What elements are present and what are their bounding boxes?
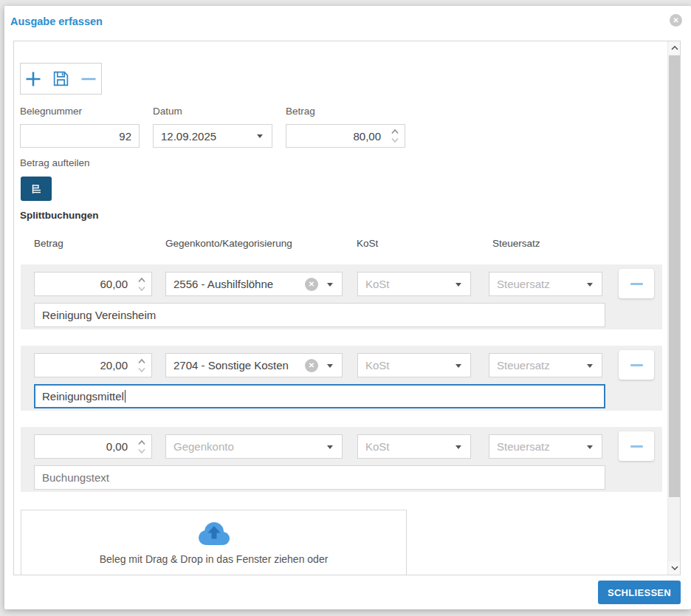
- remove-row-button[interactable]: [619, 269, 654, 298]
- row3-amount-input[interactable]: [35, 435, 151, 458]
- chevron-down-icon: [327, 283, 333, 287]
- text-cursor: [125, 390, 126, 403]
- chevron-down-icon: [327, 445, 333, 449]
- spinner-icon[interactable]: [138, 357, 145, 376]
- split-section-heading: Splittbuchungen: [20, 210, 98, 221]
- row2-account-value: 2704 - Sonstige Kosten: [166, 359, 289, 372]
- row3-account-select[interactable]: Gegenkonto: [165, 434, 343, 459]
- col-header-steuersatz: Steuersatz: [492, 238, 540, 249]
- col-header-gegenkonto: Gegenkonto/Kategorisierung: [165, 238, 292, 249]
- row1-amount-wrap: [34, 272, 152, 296]
- scrollbar-thumb[interactable]: [669, 55, 680, 497]
- col-header-kost: KoSt: [357, 238, 378, 249]
- scroll-down-icon[interactable]: [668, 561, 681, 575]
- row3-account-placeholder: Gegenkonto: [166, 440, 234, 453]
- clear-icon[interactable]: ✕: [305, 359, 318, 372]
- clear-icon[interactable]: ✕: [305, 278, 318, 291]
- add-record-icon[interactable]: [24, 70, 42, 88]
- betrag-input[interactable]: [286, 125, 405, 147]
- row2-amount-wrap: [34, 353, 152, 377]
- betrag-label: Betrag: [286, 106, 315, 117]
- chevron-down-icon: [327, 364, 333, 368]
- row1-text-wrap: [34, 303, 605, 327]
- datum-value: 12.09.2025: [154, 130, 216, 143]
- row3-kost-placeholder: KoSt: [358, 440, 390, 453]
- chevron-down-icon: [587, 445, 593, 449]
- row1-kost-placeholder: KoSt: [358, 278, 390, 290]
- chevron-down-icon: [455, 364, 461, 368]
- row1-text-input[interactable]: [35, 304, 605, 326]
- belegnummer-field-wrap: [20, 124, 140, 148]
- save-icon[interactable]: [52, 69, 70, 88]
- dropzone-text: Beleg mit Drag & Drop in das Fenster zie…: [21, 553, 406, 565]
- row2-amount-input[interactable]: [35, 354, 151, 377]
- row2-tax-placeholder: Steuersatz: [489, 359, 550, 372]
- row2-kost-placeholder: KoSt: [358, 359, 390, 372]
- minus-icon: [630, 283, 643, 285]
- schliessen-button[interactable]: SCHLIESSEN: [598, 581, 681, 604]
- row2-account-select[interactable]: 2704 - Sonstige Kosten ✕: [165, 353, 343, 377]
- spinner-icon[interactable]: [138, 276, 145, 295]
- minus-icon: [630, 364, 643, 366]
- vertical-scrollbar: [667, 41, 680, 575]
- row3-tax-placeholder: Steuersatz: [489, 440, 550, 453]
- remove-row-button[interactable]: [619, 350, 654, 380]
- chevron-down-icon: [455, 283, 461, 287]
- expense-dialog: Ausgabe erfassen ✕ Belegnummer Datum B: [4, 6, 691, 609]
- chevron-down-icon: [455, 445, 461, 449]
- spinner-icon[interactable]: [391, 128, 399, 146]
- dialog-content: Belegnummer Datum Betrag 12.09.2025 Betr…: [13, 41, 681, 575]
- chevron-down-icon: [587, 364, 593, 368]
- row3-text-wrap: [34, 465, 605, 490]
- row1-account-value: 2556 - Aushilfslöhne: [166, 278, 273, 290]
- remove-record-icon[interactable]: [80, 70, 97, 88]
- col-header-betrag: Betrag: [34, 238, 63, 249]
- row3-tax-select[interactable]: Steuersatz: [489, 434, 602, 459]
- row3-amount-wrap: [34, 434, 152, 459]
- belegnummer-input[interactable]: [21, 125, 139, 147]
- receipt-dropzone[interactable]: Beleg mit Drag & Drop in das Fenster zie…: [21, 510, 407, 575]
- remove-row-button[interactable]: [619, 431, 654, 461]
- row2-kost-select[interactable]: KoSt: [357, 353, 471, 377]
- split-row: 2556 - Aushilfslöhne ✕ KoSt Steuersatz: [21, 264, 662, 329]
- chevron-down-icon: [257, 134, 263, 138]
- spinner-icon[interactable]: [138, 439, 145, 457]
- belegnummer-label: Belegnummer: [20, 106, 82, 117]
- row1-account-select[interactable]: 2556 - Aushilfslöhne ✕: [165, 272, 343, 296]
- split-row: Gegenkonto KoSt Steuersatz: [21, 427, 662, 492]
- close-icon[interactable]: ✕: [670, 14, 682, 27]
- row3-text-input[interactable]: [35, 466, 605, 489]
- row2-tax-select[interactable]: Steuersatz: [489, 353, 602, 377]
- split-icon: [30, 183, 43, 195]
- split-amount-label: Betrag aufteilen: [20, 157, 90, 168]
- row3-kost-select[interactable]: KoSt: [357, 434, 471, 459]
- record-toolbar: [20, 63, 102, 95]
- betrag-field-wrap: [286, 124, 405, 148]
- row2-text-input[interactable]: Reinigungsmittel: [35, 390, 124, 403]
- row1-tax-placeholder: Steuersatz: [489, 278, 550, 290]
- cloud-upload-icon: [21, 519, 406, 552]
- split-amount-button[interactable]: [21, 177, 52, 201]
- chevron-down-icon: [587, 283, 593, 287]
- split-row: 2704 - Sonstige Kosten ✕ KoSt Steuersatz…: [21, 346, 662, 411]
- row2-text-wrap: Reinigungsmittel: [34, 384, 605, 408]
- row1-amount-input[interactable]: [35, 273, 151, 295]
- datum-label: Datum: [153, 106, 182, 117]
- dialog-title: Ausgabe erfassen: [10, 16, 103, 27]
- row1-tax-select[interactable]: Steuersatz: [489, 272, 602, 296]
- scroll-up-icon[interactable]: [668, 41, 681, 55]
- datum-select[interactable]: 12.09.2025: [153, 124, 272, 148]
- minus-icon: [630, 445, 643, 448]
- row1-kost-select[interactable]: KoSt: [357, 272, 471, 296]
